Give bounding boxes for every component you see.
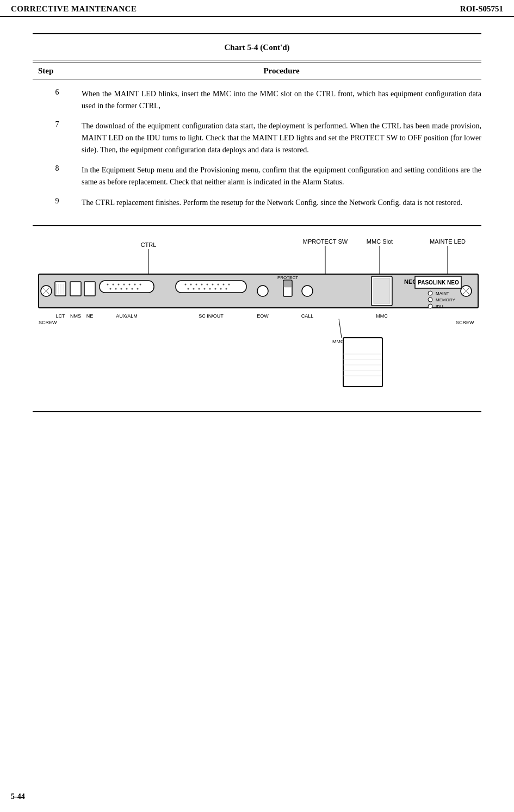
ctrl-label: CTRL xyxy=(140,241,156,248)
sc-pin xyxy=(209,288,210,289)
memory-led-label: MEMORY xyxy=(436,297,456,302)
main-content: Chart 5-4 (Cont'd) Step Procedure 6 When… xyxy=(0,33,514,412)
lct-bottom-label: LCT xyxy=(55,313,65,319)
step-number-7: 7 xyxy=(33,120,82,129)
aux-pin xyxy=(112,283,114,285)
ne-bottom-label: NE xyxy=(86,313,93,319)
page-number: 5-44 xyxy=(11,792,25,801)
chart-title: Chart 5-4 (Cont'd) xyxy=(33,40,481,55)
sc-pin xyxy=(201,283,202,285)
sc-pin xyxy=(184,283,186,285)
table-row: 8 In the Equipment Setup menu and the Pr… xyxy=(33,164,481,188)
chart-title-section: Chart 5-4 (Cont'd) xyxy=(33,33,481,60)
aux-pin xyxy=(131,288,133,289)
sc-pin xyxy=(220,288,221,289)
idu-led xyxy=(428,304,432,308)
call-bottom-label: CALL xyxy=(301,313,313,319)
col-header-step: Step xyxy=(33,66,82,76)
sc-pin xyxy=(225,288,227,289)
header-title-left: CORRECTIVE MAINTENANCE xyxy=(11,4,137,14)
mprotect-sw-label: MPROTECT SW xyxy=(302,238,348,245)
protect-text: PROTECT xyxy=(277,275,298,280)
aux-pin xyxy=(117,283,119,285)
aux-pin xyxy=(128,283,130,285)
aux-alm-bottom-label: AUX/ALM xyxy=(116,313,138,319)
mmc-card-label: MMC xyxy=(332,339,344,344)
sc-pin xyxy=(195,283,197,285)
memory-led xyxy=(428,297,432,302)
mainte-led-label: MAINTE LED xyxy=(429,238,465,245)
eow-port xyxy=(257,286,268,296)
table-header-row: Step Procedure xyxy=(33,63,481,79)
screw-right-label: SCREW xyxy=(456,320,474,325)
brand-text: PASOLINK NEO xyxy=(418,280,459,286)
step-text-6: When the MAINT LED blinks, insert the MM… xyxy=(82,88,481,111)
sc-pin xyxy=(228,283,230,285)
mmc-card xyxy=(343,338,382,387)
protect-toggle-cap xyxy=(284,281,292,287)
sc-pin xyxy=(214,288,216,289)
step-table: Step Procedure 6 When the MAINT LED blin… xyxy=(33,63,481,209)
idu-led-label: IDU xyxy=(436,304,443,309)
mmc-slot-label: MMC Slot xyxy=(366,238,392,245)
maint-led xyxy=(428,291,432,295)
step-text-9: The CTRL replacement finishes. Perform t… xyxy=(82,197,481,209)
chart-title-underline xyxy=(33,60,481,60)
aux-pin xyxy=(115,288,116,289)
aux-pin xyxy=(134,283,135,285)
aux-pin xyxy=(120,288,122,289)
page-footer: 5-44 xyxy=(11,792,25,801)
step-number-8: 8 xyxy=(33,164,82,173)
aux-pin xyxy=(123,283,125,285)
sc-pin xyxy=(198,288,200,289)
table-row: 9 The CTRL replacement finishes. Perform… xyxy=(33,197,481,209)
sc-inout-port xyxy=(176,281,246,293)
sc-pin xyxy=(187,288,189,289)
step-number-9: 9 xyxy=(33,197,82,206)
aux-pin xyxy=(126,288,127,289)
table-row: 7 The download of the equipment configur… xyxy=(33,120,481,156)
nms-bottom-label: NMS xyxy=(70,313,81,319)
step-number-6: 6 xyxy=(33,88,82,97)
sc-pin xyxy=(203,288,205,289)
diagram-svg: CTRL MPROTECT SW MMC Slot MAINTE LED xyxy=(34,237,480,395)
step-text-7: The download of the equipment configurat… xyxy=(82,120,481,156)
sc-pin xyxy=(206,283,208,285)
aux-pin xyxy=(139,283,141,285)
table-row: 6 When the MAINT LED blinks, insert the … xyxy=(33,88,481,111)
aux-pin xyxy=(137,288,138,289)
sc-pin xyxy=(222,283,224,285)
maint-led-label: MAINT xyxy=(436,291,449,296)
screw-left-label: SCREW xyxy=(39,320,57,325)
sc-pin xyxy=(217,283,219,285)
sc-pin xyxy=(193,288,194,289)
sc-pin xyxy=(212,283,213,285)
ne-port xyxy=(84,282,95,296)
col-header-procedure: Procedure xyxy=(82,66,481,76)
call-port xyxy=(302,286,313,296)
header-title-right: ROI-S05751 xyxy=(460,4,503,14)
eow-bottom-label: EOW xyxy=(257,313,269,319)
mmc-slot-inner xyxy=(374,278,390,303)
mmc-bottom-label: MMC xyxy=(376,313,388,319)
aux-alm-port xyxy=(100,281,154,293)
page-header: CORRECTIVE MAINTENANCE ROI-S05751 xyxy=(0,0,514,17)
step-text-8: In the Equipment Setup menu and the Prov… xyxy=(82,164,481,188)
aux-pin xyxy=(109,288,111,289)
diagram-section: CTRL MPROTECT SW MMC Slot MAINTE LED xyxy=(33,225,481,412)
sc-pin xyxy=(190,283,191,285)
nms-port xyxy=(70,282,81,296)
sc-inout-bottom-label: SC IN/OUT xyxy=(199,313,224,319)
mmc-card-line xyxy=(339,319,342,338)
idu-diagram-container: CTRL MPROTECT SW MMC Slot MAINTE LED xyxy=(34,237,480,400)
aux-pin xyxy=(107,283,108,285)
